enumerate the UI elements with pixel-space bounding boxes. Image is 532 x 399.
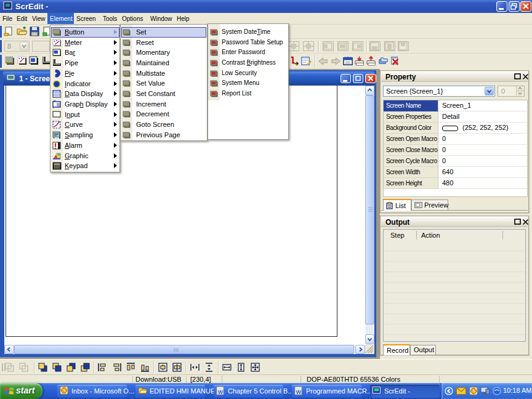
svg-text:W: W bbox=[218, 389, 224, 395]
svg-text:W: W bbox=[296, 389, 302, 395]
